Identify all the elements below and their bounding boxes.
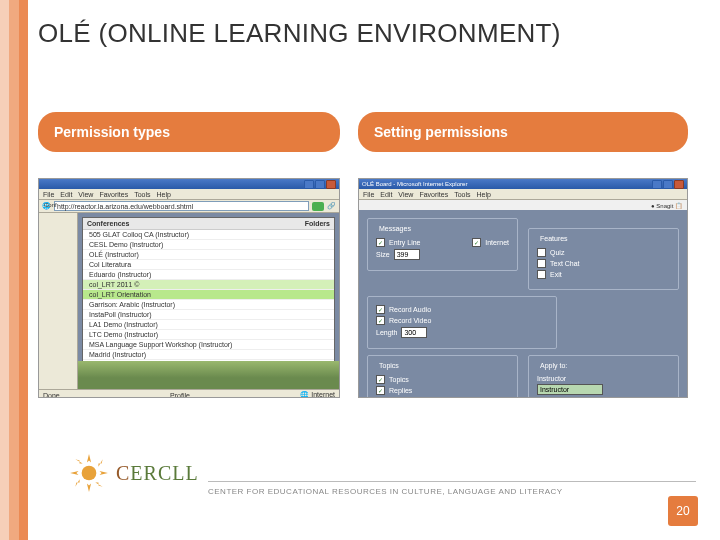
screenshot-left: FileEditViewFavoritesToolsHelp 🌐 http://… (38, 178, 340, 398)
left-accent-stripes (0, 0, 28, 540)
list-item[interactable]: MSA Language Support Workshop (Instructo… (83, 340, 334, 350)
checkbox[interactable]: ✓ (472, 238, 481, 247)
features-fieldset: Features Quiz Text Chat Exit (528, 228, 679, 290)
cercll-logo: CERCLL (68, 452, 199, 494)
conferences-panel: ConferencesFolders 505 GLAT Colloq CA (I… (82, 217, 335, 369)
slide-title: OLÉ (ONLINE LEARNING ENVIRONMENT) (38, 18, 561, 49)
list-item[interactable]: Eduardo (Instructor) (83, 270, 334, 280)
list-item[interactable]: Col Literatura (83, 260, 334, 270)
list-item[interactable]: Madrid (Instructor) (83, 350, 334, 360)
size-input[interactable]: 399 (394, 249, 420, 260)
list-item[interactable]: col_LRT 2011 © (83, 280, 334, 290)
list-item[interactable]: Garrison: Arabic (Instructor) (83, 300, 334, 310)
window-titlebar (39, 179, 339, 189)
settings-body: Messages ✓Entry Line ✓Internet Size399 F… (359, 210, 687, 398)
pill-setting-permissions: Setting permissions (358, 112, 688, 152)
svg-point-0 (82, 466, 97, 481)
grass-footer-image (78, 361, 339, 389)
page-number: 20 (668, 496, 698, 526)
menu-bar: FileEditViewFavoritesToolsHelp (359, 189, 687, 200)
list-item[interactable]: CESL Demo (Instructor) (83, 240, 334, 250)
list-item[interactable]: 505 GLAT Colloq CA (Instructor) (83, 230, 334, 240)
pill-permission-types: Permission types (38, 112, 340, 152)
list-item[interactable]: col_LRT Orientation (83, 290, 334, 300)
length-input[interactable]: 300 (401, 327, 427, 338)
instructor-select[interactable]: Instructor (537, 384, 603, 395)
topics-fieldset: Topics ✓Topics ✓Replies Record Vote (367, 355, 518, 398)
menu-bar: FileEditViewFavoritesToolsHelp (39, 189, 339, 200)
status-bar: Done Profile 🌐 Internet (39, 389, 339, 398)
slide-footer: CERCLL CENTER FOR EDUCATIONAL RESOURCES … (38, 442, 696, 500)
window-titlebar: OLÉ Board - Microsoft Internet Explorer (359, 179, 687, 189)
screenshot-right: OLÉ Board - Microsoft Internet Explorer … (358, 178, 688, 398)
messages-fieldset: Messages ✓Entry Line ✓Internet Size399 (367, 218, 518, 271)
list-item[interactable]: LTC Demo (Instructor) (83, 330, 334, 340)
screenshots-row: FileEditViewFavoritesToolsHelp 🌐 http://… (38, 178, 688, 398)
browser-body: ConferencesFolders 505 GLAT Colloq CA (I… (39, 213, 339, 389)
column-headers: Permission types Setting permissions (38, 112, 688, 152)
list-item[interactable]: OLÉ (Instructor) (83, 250, 334, 260)
list-item[interactable]: LA1 Demo (Instructor) (83, 320, 334, 330)
tab-bar: Conf ● Snagit 📋 (358, 200, 688, 210)
checkbox[interactable]: ✓ (376, 238, 385, 247)
applyto-fieldset: Apply to: Instructor Instructor Student (528, 355, 679, 398)
nav-sidebar (39, 213, 78, 389)
footer-subtitle: CENTER FOR EDUCATIONAL RESOURCES IN CULT… (208, 487, 563, 496)
sun-icon (68, 452, 110, 494)
list-item[interactable]: InstaPoll (Instructor) (83, 310, 334, 320)
record-fieldset: ✓Record Audio ✓Record Video Length300 (367, 296, 557, 349)
